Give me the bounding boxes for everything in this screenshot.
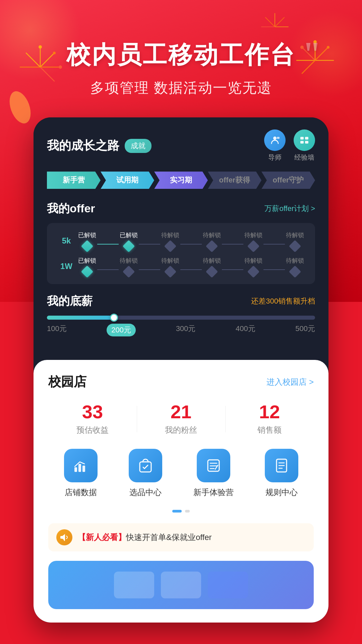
- offer-plan-link[interactable]: 万薪offer计划 >: [264, 204, 315, 214]
- step-0[interactable]: 新手营: [47, 171, 101, 189]
- stat-label-earnings: 预估收益: [48, 425, 137, 435]
- step-4[interactable]: offer守护: [261, 171, 315, 189]
- action-store-data[interactable]: 店铺数据: [64, 449, 98, 498]
- salary-hint: 还差300销售额升档: [251, 296, 315, 306]
- page-dot-0: [172, 510, 182, 513]
- salary-label-4: 500元: [295, 324, 315, 336]
- action-rules[interactable]: 规则中心: [265, 449, 298, 498]
- hero-subtitle: 多项管理 数据活动一览无遗: [0, 78, 362, 97]
- mentor-icon-item[interactable]: 导师: [264, 129, 286, 162]
- step-1[interactable]: 试用期: [101, 171, 154, 189]
- svg-rect-27: [305, 137, 308, 140]
- salary-section-title: 我的底薪: [47, 293, 93, 309]
- svg-rect-29: [305, 141, 308, 144]
- action-label-store-data: 店铺数据: [65, 487, 97, 498]
- announcement-text: 【新人必看】快速开首单&保就业offer: [78, 532, 212, 543]
- announcement-banner[interactable]: 【新人必看】快速开首单&保就业offer: [48, 523, 314, 551]
- node-1w-2: [164, 266, 177, 278]
- stat-fans: 21 我的粉丝: [137, 402, 225, 435]
- step-2[interactable]: 实习期: [154, 171, 208, 189]
- svg-rect-26: [300, 137, 304, 140]
- stat-number-earnings: 33: [48, 402, 137, 421]
- page-dot-1: [185, 510, 190, 513]
- svg-rect-28: [300, 141, 304, 144]
- stat-earnings: 33 预估收益: [48, 402, 137, 435]
- node-1w-3: [206, 266, 218, 278]
- node-5k-2: [164, 240, 177, 253]
- node-5k-1: [123, 240, 135, 253]
- offer-nodes-1w: 已解锁 待解锁 待解锁: [76, 257, 306, 276]
- svg-rect-25: [277, 137, 280, 139]
- svg-point-24: [273, 137, 277, 140]
- svg-rect-32: [82, 466, 85, 472]
- salary-labels: 100元 200元 300元 400元 500元: [47, 324, 315, 336]
- svg-rect-30: [74, 467, 77, 472]
- offer-section: 我的offer 万薪offer计划 > 5k 已解锁: [47, 201, 315, 284]
- experience-wall-icon: [294, 129, 315, 151]
- node-5k-5: [289, 240, 301, 253]
- action-newbie-camp[interactable]: 新手体验营: [193, 449, 234, 498]
- achievement-badge: 成就: [125, 139, 152, 153]
- announcement-icon: [56, 529, 72, 545]
- phone-card: 我的成长之路 成就 导师: [34, 117, 328, 623]
- salary-section: 我的底薪 还差300销售额升档 100元 200元 300元 400元 500元: [47, 293, 315, 347]
- offer-nodes-5k: 已解锁 已解锁 待解锁: [76, 231, 306, 251]
- offer-row-5k: 5k 已解锁 已解锁: [56, 231, 306, 251]
- mentor-label: 导师: [268, 153, 282, 162]
- offer-grid: 5k 已解锁 已解锁: [47, 223, 315, 284]
- store-data-icon: [64, 449, 98, 482]
- svg-rect-31: [78, 464, 81, 472]
- salary-label-1: 200元: [107, 324, 136, 336]
- action-label-select: 选品中心: [129, 487, 162, 498]
- experience-wall-item[interactable]: 经验墙: [294, 129, 315, 162]
- stat-number-fans: 21: [137, 402, 225, 421]
- action-grid: 店铺数据 选品中心: [48, 449, 314, 498]
- node-5k-0: [81, 240, 94, 253]
- stat-label-fans: 我的粉丝: [137, 425, 225, 435]
- node-5k-4: [247, 240, 260, 253]
- quote-mark: ": [302, 34, 322, 74]
- page-dots: [48, 510, 314, 513]
- node-1w-1: [123, 266, 135, 278]
- node-1w-4: [247, 266, 260, 278]
- action-label-newbie: 新手体验营: [193, 487, 234, 498]
- offer-row-1w: 1W 已解锁 待解锁 待解锁: [56, 257, 306, 276]
- hero-title: 校内员工移动工作台: [66, 40, 296, 69]
- bottom-card-block-1: [114, 572, 154, 598]
- salary-label-0: 100元: [47, 324, 67, 336]
- store-section: 校园店 进入校园店 > 33 预估收益 21 我的粉丝 12 销售额: [34, 360, 328, 623]
- salary-label-2: 300元: [176, 324, 196, 336]
- offer-section-title: 我的offer: [47, 201, 95, 216]
- offer-label-5k: 5k: [56, 236, 76, 246]
- growth-section: 我的成长之路 成就 导师: [34, 117, 328, 357]
- action-label-rules: 规则中心: [265, 487, 298, 498]
- select-products-icon: [129, 449, 162, 482]
- action-select-products[interactable]: 选品中心: [129, 449, 162, 498]
- mentor-icon: [264, 129, 286, 151]
- steps-bar: 新手营 试用期 实习期 offer获得 offer守护: [47, 171, 315, 189]
- experience-wall-label: 经验墙: [294, 153, 314, 162]
- node-1w-0: [81, 266, 94, 278]
- enter-store-link[interactable]: 进入校园店 >: [266, 377, 314, 387]
- salary-bar: [47, 316, 315, 320]
- stat-number-sales: 12: [225, 402, 314, 421]
- node-5k-3: [206, 240, 218, 253]
- stat-label-sales: 销售额: [225, 425, 314, 435]
- step-3[interactable]: offer获得: [208, 171, 261, 189]
- bottom-card-block-2: [161, 572, 201, 598]
- offer-label-1w: 1W: [56, 262, 76, 271]
- rules-icon: [265, 449, 298, 482]
- salary-label-3: 400元: [236, 324, 255, 336]
- newbie-camp-icon: [197, 449, 230, 482]
- bottom-card-block-3: [208, 572, 248, 598]
- growth-section-title: 我的成长之路: [47, 138, 119, 154]
- node-1w-5: [289, 266, 301, 278]
- store-stats: 33 预估收益 21 我的粉丝 12 销售额: [48, 402, 314, 435]
- bottom-card: [48, 561, 314, 609]
- stat-sales: 12 销售额: [225, 402, 314, 435]
- store-title: 校园店: [48, 373, 86, 390]
